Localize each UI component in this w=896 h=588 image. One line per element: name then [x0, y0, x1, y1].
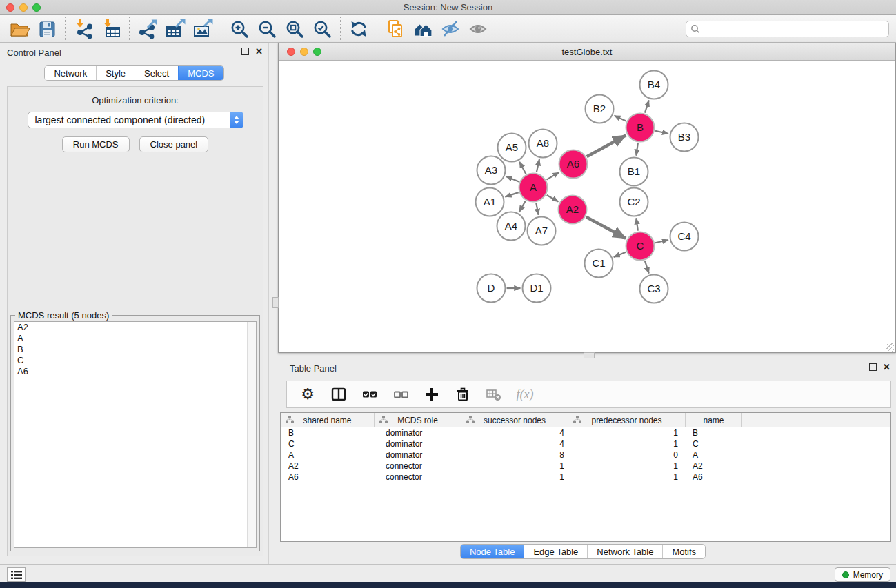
splitter-handle-vertical[interactable] — [272, 297, 279, 308]
task-history-button[interactable] — [7, 567, 26, 582]
zoom-out-button[interactable] — [253, 17, 281, 41]
graph-node-A8[interactable]: A8 — [529, 130, 557, 158]
zoom-window-button[interactable] — [32, 3, 41, 12]
graph-edge-A6-B[interactable] — [587, 135, 626, 156]
graph-node-C4[interactable]: C4 — [670, 223, 699, 251]
graph-edge-A-A6[interactable] — [546, 172, 559, 180]
search-field[interactable] — [686, 21, 889, 37]
close-window-button[interactable] — [6, 3, 14, 12]
table-settings-button[interactable]: ⚙ — [298, 385, 317, 404]
zoom-fit-button[interactable] — [281, 17, 308, 41]
network-zoom-button[interactable] — [313, 48, 321, 56]
graph-node-D[interactable]: D — [477, 274, 506, 303]
window-resize-handle[interactable] — [886, 343, 895, 352]
search-input[interactable] — [700, 24, 884, 34]
graph-node-A5[interactable]: A5 — [498, 134, 526, 162]
graph-edge-C-C2[interactable] — [636, 218, 638, 230]
tab-mcds[interactable]: MCDS — [178, 66, 223, 80]
zoom-in-button[interactable] — [226, 17, 253, 41]
run-mcds-button[interactable]: Run MCDS — [62, 136, 130, 152]
tab-style[interactable]: Style — [96, 66, 135, 80]
graph-node-B2[interactable]: B2 — [586, 95, 614, 123]
graph-edge-A2-C[interactable] — [586, 217, 626, 239]
import-table-button[interactable] — [97, 17, 125, 41]
show-all-networks-button[interactable] — [409, 17, 437, 41]
graph-edge-C-C4[interactable] — [655, 240, 668, 243]
graph-node-B1[interactable]: B1 — [620, 158, 648, 186]
show-columns-button[interactable] — [329, 385, 348, 404]
graph-node-A3[interactable]: A3 — [477, 156, 506, 185]
column-header-name[interactable]: name — [686, 413, 742, 427]
close-panel-button[interactable]: Close panel — [139, 136, 209, 152]
mcds-result-item[interactable]: A6 — [14, 366, 256, 377]
delete-table-button[interactable] — [484, 385, 504, 404]
tab-network[interactable]: Network — [45, 66, 96, 80]
minimize-window-button[interactable] — [19, 3, 28, 12]
close-panel-icon[interactable]: ✕ — [255, 48, 263, 55]
graph-node-C[interactable]: C — [626, 232, 655, 261]
export-image-button[interactable] — [189, 17, 217, 41]
export-table-button[interactable] — [161, 17, 189, 41]
graph-node-A[interactable]: A — [519, 174, 548, 202]
graph-edge-A-A8[interactable] — [537, 159, 539, 172]
graph-node-B4[interactable]: B4 — [640, 71, 668, 99]
mcds-result-item[interactable]: A — [14, 333, 256, 344]
table-row[interactable]: A2connector11A2 — [281, 460, 890, 472]
graph-node-C1[interactable]: C1 — [585, 250, 613, 278]
function-builder-button[interactable]: f(x) — [515, 385, 535, 404]
tab-network-table[interactable]: Network Table — [587, 545, 662, 558]
column-header-successor-nodes[interactable]: successor nodes — [461, 413, 568, 427]
graph-edge-A-A1[interactable] — [505, 192, 518, 197]
criterion-select[interactable]: largest connected component (directed) — [28, 112, 243, 128]
zoom-selected-button[interactable] — [308, 17, 336, 41]
graph-edge-A-A2[interactable] — [547, 195, 559, 202]
memory-button[interactable]: Memory — [835, 567, 890, 582]
delete-column-button[interactable] — [453, 385, 472, 404]
graph-edge-A-A7[interactable] — [536, 203, 538, 215]
graph-node-A2[interactable]: A2 — [559, 196, 587, 224]
graph-node-A7[interactable]: A7 — [528, 217, 556, 245]
graph-node-A1[interactable]: A1 — [476, 188, 504, 216]
graph-edge-B-B2[interactable] — [614, 116, 626, 121]
column-header-shared-name[interactable]: shared name — [281, 413, 375, 427]
mcds-list-scrollbar[interactable] — [247, 322, 256, 547]
graph-node-C2[interactable]: C2 — [620, 188, 648, 216]
mcds-result-item[interactable]: A2 — [14, 322, 256, 333]
splitter-handle-horizontal[interactable] — [584, 352, 595, 358]
table-row[interactable]: Adominator80A — [281, 449, 890, 460]
graph-node-A4[interactable]: A4 — [497, 212, 526, 241]
graph-edge-B-B4[interactable] — [645, 100, 649, 112]
hide-selected-button[interactable] — [437, 17, 464, 41]
mcds-result-item[interactable]: B — [14, 344, 256, 355]
graph-edge-B-B3[interactable] — [655, 131, 668, 134]
graph-edge-A-A3[interactable] — [506, 176, 519, 182]
network-window-titlebar[interactable]: testGlobe.txt — [279, 43, 895, 61]
column-header-MCDS-role[interactable]: MCDS role — [375, 413, 461, 427]
tab-edge-table[interactable]: Edge Table — [524, 545, 587, 558]
export-network-button[interactable] — [134, 17, 161, 41]
import-network-button[interactable] — [70, 17, 97, 41]
network-close-button[interactable] — [287, 48, 295, 56]
network-minimize-button[interactable] — [300, 48, 308, 56]
tab-node-table[interactable]: Node Table — [461, 545, 524, 558]
graph-edge-C-C1[interactable] — [614, 252, 626, 257]
graph-node-C3[interactable]: C3 — [640, 275, 668, 303]
show-hidden-button[interactable] — [464, 17, 492, 41]
mcds-result-item[interactable]: C — [14, 355, 256, 366]
graph-edge-A-A5[interactable] — [519, 162, 526, 174]
graph-node-A6[interactable]: A6 — [559, 150, 588, 179]
refresh-view-button[interactable] — [345, 17, 372, 41]
graph-node-B3[interactable]: B3 — [670, 123, 699, 152]
close-table-panel-icon[interactable]: ✕ — [883, 363, 890, 371]
float-table-panel-icon[interactable] — [869, 363, 877, 371]
create-column-button[interactable] — [422, 385, 441, 404]
open-session-button[interactable] — [6, 17, 33, 41]
deselect-all-button[interactable] — [391, 385, 410, 404]
float-panel-icon[interactable] — [241, 48, 249, 55]
table-row[interactable]: A6connector11A6 — [281, 472, 890, 483]
clone-network-button[interactable] — [381, 17, 409, 41]
graph-edge-A-A4[interactable] — [519, 201, 526, 212]
save-session-button[interactable] — [33, 17, 61, 41]
graph-edge-B-B1[interactable] — [636, 143, 638, 155]
tab-motifs[interactable]: Motifs — [662, 545, 705, 558]
